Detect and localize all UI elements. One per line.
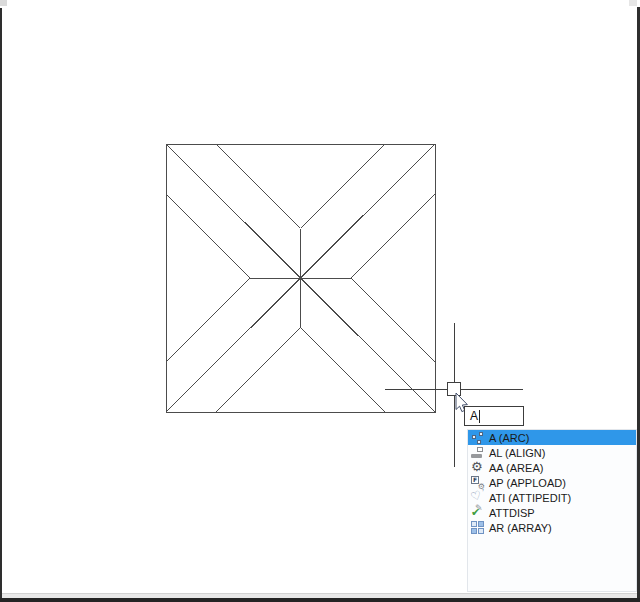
attdisp-icon [471, 506, 484, 519]
autocomplete-item[interactable]: AL (ALIGN) [468, 445, 636, 460]
square-x-pattern-drawing [166, 144, 435, 412]
align-icon [471, 446, 484, 459]
cad-application-window: A A (ARC)AL (ALIGN)AA (AREA)AP (APPLOAD)… [0, 0, 640, 602]
array-icon [471, 521, 484, 534]
autocomplete-item[interactable]: ATTDISP [468, 505, 636, 520]
autocomplete-item[interactable]: ATI (ATTIPEDIT) [468, 490, 636, 505]
autocomplete-item-label: ATTDISP [489, 507, 535, 519]
autocomplete-item[interactable]: AA (AREA) [468, 460, 636, 475]
autocomplete-item[interactable]: AP (APPLOAD) [468, 475, 636, 490]
autocomplete-popup: A (ARC)AL (ALIGN)AA (AREA)AP (APPLOAD)AT… [467, 429, 637, 592]
window-frame-left [0, 8, 2, 602]
text-caret [479, 410, 480, 423]
autocomplete-item-label: ATI (ATTIPEDIT) [489, 492, 571, 504]
frame-corner-mark-left [0, 0, 7, 6]
autocomplete-item-label: A (ARC) [489, 432, 529, 444]
area-icon [471, 461, 484, 474]
frame-corner-mark-right [629, 0, 637, 6]
command-input[interactable]: A [464, 406, 524, 426]
autocomplete-item-label: AL (ALIGN) [489, 447, 545, 459]
autocomplete-item-label: AP (APPLOAD) [489, 477, 566, 489]
autocomplete-item[interactable]: A (ARC) [468, 430, 636, 445]
autocomplete-item-label: AR (ARRAY) [489, 522, 552, 534]
arc-icon [471, 431, 484, 444]
window-frame-bottom [0, 598, 640, 602]
autocomplete-item-label: AA (AREA) [489, 462, 543, 474]
command-input-value: A [470, 409, 478, 423]
pickbox [448, 383, 461, 396]
autocomplete-item[interactable]: AR (ARRAY) [468, 520, 636, 535]
autocomplete-list: A (ARC)AL (ALIGN)AA (AREA)AP (APPLOAD)AT… [468, 430, 636, 535]
